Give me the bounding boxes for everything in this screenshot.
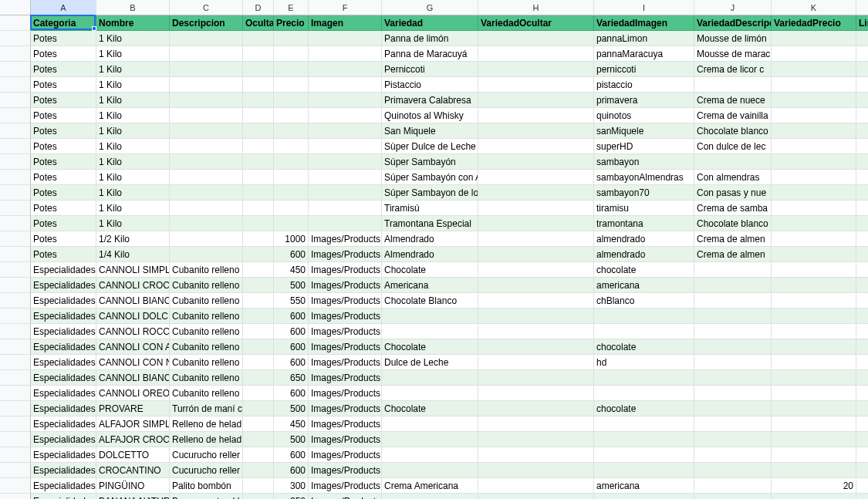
row-header[interactable] xyxy=(0,293,31,309)
cell[interactable]: Images/Products xyxy=(309,416,382,432)
cell[interactable] xyxy=(243,416,274,432)
cell[interactable] xyxy=(274,216,309,231)
cell[interactable]: Cucurucho reller xyxy=(170,447,243,463)
col-header-J[interactable]: J xyxy=(694,0,772,15)
row-header[interactable] xyxy=(0,31,31,46)
cell[interactable] xyxy=(478,31,594,46)
cell[interactable] xyxy=(772,77,856,93)
cell[interactable]: 4 xyxy=(856,139,868,154)
cell[interactable] xyxy=(243,463,274,478)
cell[interactable] xyxy=(243,93,274,108)
cell[interactable] xyxy=(772,370,856,386)
cell[interactable] xyxy=(274,139,309,154)
cell[interactable]: 4 xyxy=(856,170,868,185)
cell[interactable] xyxy=(694,154,772,170)
cell[interactable]: Sùper Dulce de Leche xyxy=(382,139,478,154)
cell[interactable]: pannaMaracuya xyxy=(594,46,694,62)
cell[interactable] xyxy=(478,247,594,262)
cell[interactable] xyxy=(594,309,694,324)
cell[interactable] xyxy=(772,231,856,247)
cell[interactable] xyxy=(856,355,868,370)
col-header-I[interactable]: I xyxy=(594,0,694,15)
row-header[interactable] xyxy=(0,309,31,324)
cell[interactable]: Americana xyxy=(382,278,478,293)
cell[interactable] xyxy=(309,170,382,185)
cell[interactable] xyxy=(694,447,772,463)
cell[interactable]: Relleno de helad xyxy=(170,432,243,447)
cell[interactable] xyxy=(694,494,772,499)
cell[interactable]: Potes xyxy=(31,185,96,201)
row-header[interactable] xyxy=(0,355,31,370)
row-header[interactable] xyxy=(0,494,31,499)
cell[interactable] xyxy=(772,154,856,170)
cell[interactable] xyxy=(274,31,309,46)
cell[interactable] xyxy=(694,401,772,416)
cell[interactable] xyxy=(772,324,856,339)
cell[interactable] xyxy=(772,62,856,77)
cell[interactable]: Dulce de Leche xyxy=(382,355,478,370)
cell[interactable] xyxy=(478,324,594,339)
cell[interactable]: Images/Products xyxy=(309,247,382,262)
cell[interactable] xyxy=(856,278,868,293)
cell[interactable]: 1000 xyxy=(274,231,309,247)
cell[interactable]: Crema de almen xyxy=(694,231,772,247)
cell[interactable] xyxy=(478,216,594,231)
cell[interactable] xyxy=(243,77,274,93)
cell[interactable]: Cubanito relleno xyxy=(170,309,243,324)
cell[interactable] xyxy=(170,31,243,46)
row-header[interactable] xyxy=(0,46,31,62)
cell[interactable] xyxy=(478,401,594,416)
cell[interactable]: CANNOLI BIANC xyxy=(96,370,170,386)
cell[interactable]: Cubanito relleno xyxy=(170,386,243,401)
cell[interactable]: Quinotos al Whisky xyxy=(382,108,478,123)
cell[interactable]: Chocolate xyxy=(382,262,478,278)
cell[interactable]: Almendrado xyxy=(382,231,478,247)
cell[interactable]: 1 Kilo xyxy=(96,77,170,93)
cell[interactable]: 1 Kilo xyxy=(96,31,170,46)
cell[interactable]: Potes xyxy=(31,31,96,46)
cell[interactable] xyxy=(478,293,594,309)
cell[interactable]: 650 xyxy=(274,370,309,386)
cell[interactable] xyxy=(694,370,772,386)
cell[interactable]: Especialidades xyxy=(31,416,96,432)
cell[interactable]: Especialidades xyxy=(31,494,96,499)
cell[interactable] xyxy=(772,170,856,185)
cell[interactable]: 1 Kilo xyxy=(96,139,170,154)
cell[interactable]: 4 xyxy=(856,123,868,139)
cell[interactable] xyxy=(478,463,594,478)
row-header[interactable] xyxy=(0,370,31,386)
cell[interactable] xyxy=(382,324,478,339)
col-header-F[interactable]: F xyxy=(309,0,382,15)
cell[interactable] xyxy=(382,463,478,478)
cell[interactable]: 450 xyxy=(274,416,309,432)
cell[interactable]: Images/Products xyxy=(309,309,382,324)
cell[interactable] xyxy=(382,432,478,447)
cell[interactable]: 4 xyxy=(856,31,868,46)
header-cell[interactable]: Precio xyxy=(274,15,309,31)
cell[interactable] xyxy=(772,386,856,401)
cell[interactable]: 600 xyxy=(274,463,309,478)
cell[interactable] xyxy=(772,416,856,432)
cell[interactable] xyxy=(772,339,856,355)
cell[interactable]: Crema de nuece xyxy=(694,93,772,108)
cell[interactable]: 20 xyxy=(772,478,856,494)
cell[interactable]: almendrado xyxy=(594,247,694,262)
cell[interactable] xyxy=(772,262,856,278)
cell[interactable] xyxy=(274,123,309,139)
cell[interactable]: americana xyxy=(594,478,694,494)
cell[interactable] xyxy=(243,185,274,201)
cell[interactable]: hd xyxy=(594,355,694,370)
cell[interactable] xyxy=(478,108,594,123)
cell[interactable] xyxy=(856,494,868,499)
cell[interactable] xyxy=(274,93,309,108)
cell[interactable]: CANNOLI CROC xyxy=(96,278,170,293)
cell[interactable]: Cubanito relleno xyxy=(170,355,243,370)
cell[interactable]: Especialidades xyxy=(31,370,96,386)
cell[interactable] xyxy=(274,185,309,201)
cell[interactable]: 4 xyxy=(856,93,868,108)
header-cell[interactable]: Nombre xyxy=(96,15,170,31)
cell[interactable]: Pistaccio xyxy=(382,77,478,93)
cell[interactable] xyxy=(243,262,274,278)
cell[interactable] xyxy=(478,77,594,93)
cell[interactable] xyxy=(170,185,243,201)
